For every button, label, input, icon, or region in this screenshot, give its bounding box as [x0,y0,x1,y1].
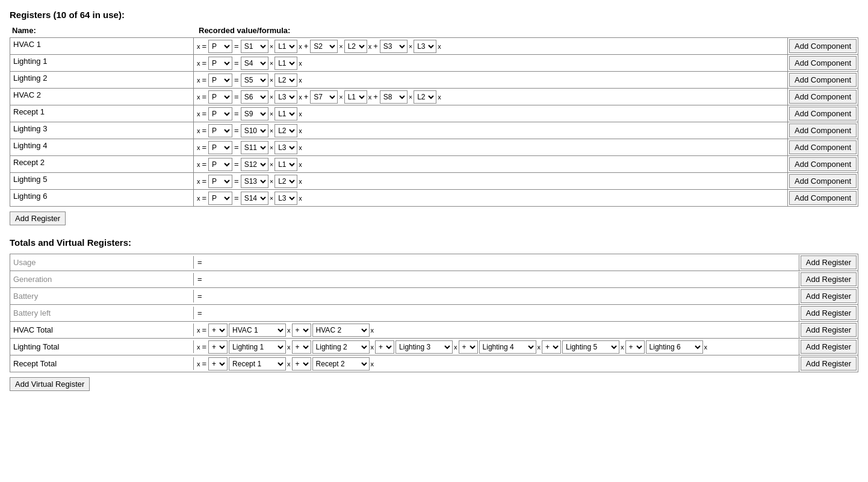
remove-register-icon[interactable]: x [197,144,200,151]
phase-select[interactable]: L1L2L3 [274,175,297,188]
phase-select[interactable]: L1L2L3 [274,40,297,53]
formula-type-select[interactable]: PQSPF [208,74,232,87]
remove-virtual-component-icon[interactable]: x [538,343,541,351]
remove-component-icon[interactable]: x [299,43,302,50]
remove-component-icon[interactable]: x [299,93,302,101]
remove-component-icon[interactable]: x [299,178,302,185]
remove-virtual-icon[interactable]: x [197,327,200,334]
sensor-select[interactable]: S1S2S3S4S5S6S7S8S9S10S11S12S13S14 [241,141,268,154]
add-component-button[interactable]: Add Component [789,174,857,188]
remove-component-icon[interactable]: x [299,110,302,117]
sensor-select[interactable]: S1S2S3S4S5S6S7S8S9S10S11S12S13S14 [380,40,408,53]
add-component-button[interactable]: Add Component [789,56,857,70]
remove-virtual-component-icon[interactable]: x [371,327,374,334]
add-register-right-button[interactable]: Add Register [801,340,857,354]
formula-type-select[interactable]: PQSPF [208,90,232,104]
add-register-right-button[interactable]: Add Register [801,272,857,286]
formula-type-select[interactable]: PQSPF [208,57,232,70]
remove-virtual-component-icon[interactable]: x [287,343,291,351]
remove-register-icon[interactable]: x [197,127,200,134]
virtual-register-select[interactable]: HVAC 1Lighting 1Lighting 2HVAC 2Recept 1… [646,340,703,354]
remove-register-icon[interactable]: x [197,60,200,67]
add-component-button[interactable]: Add Component [789,90,857,104]
virtual-register-select[interactable]: HVAC 1Lighting 1Lighting 2HVAC 2Recept 1… [312,324,370,337]
add-component-button[interactable]: Add Component [789,140,857,154]
remove-register-icon[interactable]: x [197,110,200,117]
add-register-right-button[interactable]: Add Register [801,323,857,337]
sign-select[interactable]: +- [292,357,311,371]
sensor-select[interactable]: S1S2S3S4S5S6S7S8S9S10S11S12S13S14 [241,90,268,104]
phase-select[interactable]: L1L2L3 [274,141,297,154]
phase-select[interactable]: L1L2L3 [414,90,436,104]
phase-select[interactable]: L1L2L3 [414,40,436,53]
sensor-select[interactable]: S1S2S3S4S5S6S7S8S9S10S11S12S13S14 [241,74,268,87]
formula-type-select[interactable]: PQSPF [208,40,232,53]
sign-select[interactable]: +- [375,340,394,354]
remove-register-icon[interactable]: x [197,77,200,84]
add-register-right-button[interactable]: Add Register [801,357,857,371]
sign-select[interactable]: +- [208,340,228,354]
remove-virtual-component-icon[interactable]: x [287,360,291,368]
add-register-right-button[interactable]: Add Register [801,255,857,269]
remove-virtual-component-icon[interactable]: x [454,343,457,351]
sensor-select[interactable]: S1S2S3S4S5S6S7S8S9S10S11S12S13S14 [241,57,268,70]
add-component-button[interactable]: Add Component [789,124,857,137]
remove-register-icon[interactable]: x [197,161,200,168]
virtual-register-select[interactable]: HVAC 1Lighting 1Lighting 2HVAC 2Recept 1… [229,340,286,354]
remove-virtual-icon[interactable]: x [197,343,200,351]
sensor-select[interactable]: S1S2S3S4S5S6S7S8S9S10S11S12S13S14 [310,90,338,104]
virtual-register-select[interactable]: HVAC 1Lighting 1Lighting 2HVAC 2Recept 1… [395,340,453,354]
phase-select[interactable]: L1L2L3 [274,107,297,120]
formula-type-select[interactable]: PQSPF [208,175,232,188]
phase-select[interactable]: L1L2L3 [274,74,297,87]
formula-type-select[interactable]: PQSPF [208,192,232,205]
phase-select[interactable]: L1L2L3 [344,90,367,104]
formula-type-select[interactable]: PQSPF [208,124,232,137]
sensor-select[interactable]: S1S2S3S4S5S6S7S8S9S10S11S12S13S14 [241,192,268,205]
formula-type-select[interactable]: PQSPF [208,141,232,154]
add-component-button[interactable]: Add Component [789,39,857,53]
phase-select[interactable]: L1L2L3 [274,57,297,70]
virtual-register-select[interactable]: HVAC 1Lighting 1Lighting 2HVAC 2Recept 1… [312,340,370,354]
phase-select[interactable]: L1L2L3 [274,124,297,137]
sign-select[interactable]: +- [208,324,228,337]
remove-virtual-component-icon[interactable]: x [287,327,291,334]
phase-select[interactable]: L1L2L3 [274,90,297,104]
remove-component-icon[interactable]: x [299,195,302,202]
sign-select[interactable]: +- [542,340,561,354]
add-component-button[interactable]: Add Component [789,73,857,87]
sign-select[interactable]: +- [208,357,228,371]
remove-component-icon[interactable]: x [299,77,302,84]
sensor-select[interactable]: S1S2S3S4S5S6S7S8S9S10S11S12S13S14 [241,158,268,171]
sensor-select[interactable]: S1S2S3S4S5S6S7S8S9S10S11S12S13S14 [241,124,268,137]
formula-type-select[interactable]: PQSPF [208,158,232,171]
remove-component-icon[interactable]: x [368,43,372,50]
remove-virtual-component-icon[interactable]: x [704,343,708,351]
remove-component-icon[interactable]: x [299,60,302,67]
remove-component-icon[interactable]: x [438,43,441,50]
sensor-select[interactable]: S1S2S3S4S5S6S7S8S9S10S11S12S13S14 [241,107,268,120]
phase-select[interactable]: L1L2L3 [274,192,297,205]
remove-register-icon[interactable]: x [197,178,200,185]
virtual-register-select[interactable]: HVAC 1Lighting 1Lighting 2HVAC 2Recept 1… [479,340,536,354]
remove-virtual-component-icon[interactable]: x [371,343,374,351]
sign-select[interactable]: +- [459,340,478,354]
remove-register-icon[interactable]: x [197,43,200,50]
add-register-button[interactable]: Add Register [10,211,66,225]
add-component-button[interactable]: Add Component [789,157,857,171]
virtual-register-select[interactable]: HVAC 1Lighting 1Lighting 2HVAC 2Recept 1… [562,340,619,354]
virtual-register-select[interactable]: HVAC 1Lighting 1Lighting 2HVAC 2Recept 1… [229,324,286,337]
sensor-select[interactable]: S1S2S3S4S5S6S7S8S9S10S11S12S13S14 [241,40,268,53]
phase-select[interactable]: L1L2L3 [344,40,367,53]
virtual-register-select[interactable]: HVAC 1Lighting 1Lighting 2HVAC 2Recept 1… [312,357,370,371]
add-component-button[interactable]: Add Component [789,107,857,120]
remove-component-icon[interactable]: x [299,127,302,134]
remove-component-icon[interactable]: x [368,93,372,101]
sensor-select[interactable]: S1S2S3S4S5S6S7S8S9S10S11S12S13S14 [310,40,338,53]
remove-virtual-icon[interactable]: x [197,360,200,368]
sign-select[interactable]: +- [625,340,645,354]
virtual-register-select[interactable]: HVAC 1Lighting 1Lighting 2HVAC 2Recept 1… [229,357,286,371]
formula-type-select[interactable]: PQSPF [208,107,232,120]
remove-register-icon[interactable]: x [197,195,200,202]
add-register-right-button[interactable]: Add Register [801,289,857,303]
